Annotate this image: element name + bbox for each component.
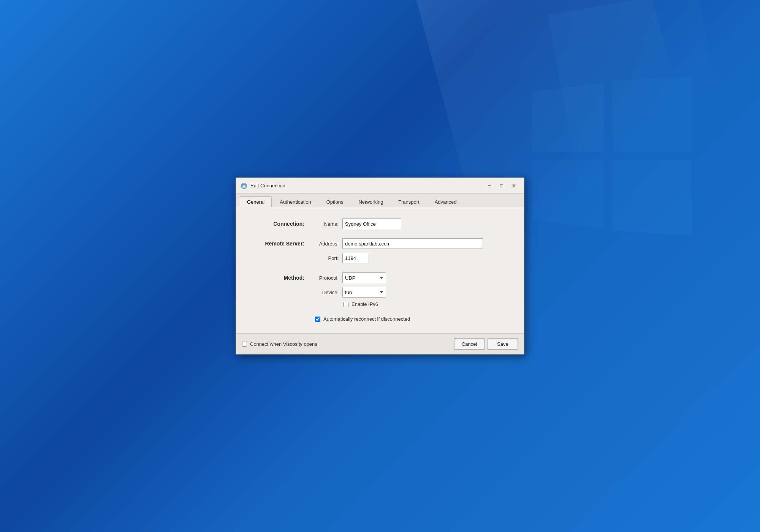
footer-buttons: Cancel Save xyxy=(454,338,518,350)
remote-server-section: Remote Server: Address: Port: xyxy=(251,238,509,263)
tab-options[interactable]: Options xyxy=(319,196,351,207)
tab-authentication[interactable]: Authentication xyxy=(272,196,318,207)
method-fields: Protocol: UDP TCP Device: tun tap xyxy=(312,272,509,307)
remote-server-fields: Address: Port: xyxy=(312,238,509,263)
device-row: Device: tun tap xyxy=(312,287,509,298)
edit-connection-dialog: Edit Connection − □ ✕ General Authentica… xyxy=(236,177,524,355)
connection-section: Connection: Name: xyxy=(251,218,509,229)
reconnect-checkbox-row: Automatically reconnect if disconnected xyxy=(315,316,410,322)
reconnect-label[interactable]: Automatically reconnect if disconnected xyxy=(323,316,410,322)
minimize-button[interactable]: − xyxy=(484,182,495,190)
tab-advanced[interactable]: Advanced xyxy=(428,196,464,207)
dialog-overlay: Edit Connection − □ ✕ General Authentica… xyxy=(0,0,760,532)
tab-transport[interactable]: Transport xyxy=(391,196,427,207)
device-label: Device: xyxy=(312,290,339,295)
title-bar: Edit Connection − □ ✕ xyxy=(236,178,524,194)
name-label: Name: xyxy=(312,221,339,227)
address-label: Address: xyxy=(312,241,339,247)
tab-bar: General Authentication Options Networkin… xyxy=(236,194,524,207)
remote-server-label: Remote Server: xyxy=(251,238,312,247)
port-row: Port: xyxy=(312,253,509,263)
reconnect-checkbox[interactable] xyxy=(315,317,320,322)
enable-ipv6-checkbox-row: Enable IPv6 xyxy=(343,301,378,307)
tab-networking[interactable]: Networking xyxy=(351,196,390,207)
cancel-button[interactable]: Cancel xyxy=(454,338,484,350)
ipv6-row: Enable IPv6 xyxy=(312,301,509,307)
enable-ipv6-label[interactable]: Enable IPv6 xyxy=(352,301,378,307)
close-button[interactable]: ✕ xyxy=(508,182,519,190)
enable-ipv6-checkbox[interactable] xyxy=(343,302,348,307)
name-row: Name: xyxy=(312,218,509,229)
dialog-title: Edit Connection xyxy=(250,183,484,188)
maximize-button[interactable]: □ xyxy=(496,182,507,190)
form-content: Connection: Name: Remote Server: Address… xyxy=(236,207,524,333)
title-bar-controls: − □ ✕ xyxy=(484,182,519,190)
connection-label: Connection: xyxy=(251,218,312,227)
address-row: Address: xyxy=(312,238,509,249)
connect-on-open-label[interactable]: Connect when Viscosity opens xyxy=(250,341,317,347)
save-button[interactable]: Save xyxy=(488,338,518,350)
connect-on-open-checkbox[interactable] xyxy=(242,342,247,347)
device-select[interactable]: tun tap xyxy=(342,287,386,298)
protocol-row: Protocol: UDP TCP xyxy=(312,272,509,283)
tab-general[interactable]: General xyxy=(240,196,272,207)
footer-left: Connect when Viscosity opens xyxy=(242,341,317,347)
address-input[interactable] xyxy=(342,238,483,249)
reconnect-section: Automatically reconnect if disconnected xyxy=(251,316,509,322)
connection-fields: Name: xyxy=(312,218,509,229)
method-label: Method: xyxy=(251,272,312,281)
port-input[interactable] xyxy=(342,253,369,263)
protocol-select[interactable]: UDP TCP xyxy=(342,272,386,283)
port-label: Port: xyxy=(312,255,339,261)
dialog-footer: Connect when Viscosity opens Cancel Save xyxy=(236,333,524,354)
method-section: Method: Protocol: UDP TCP Device: tun t xyxy=(251,272,509,307)
protocol-label: Protocol: xyxy=(312,275,339,281)
name-input[interactable] xyxy=(342,218,401,229)
dialog-icon xyxy=(241,182,247,189)
